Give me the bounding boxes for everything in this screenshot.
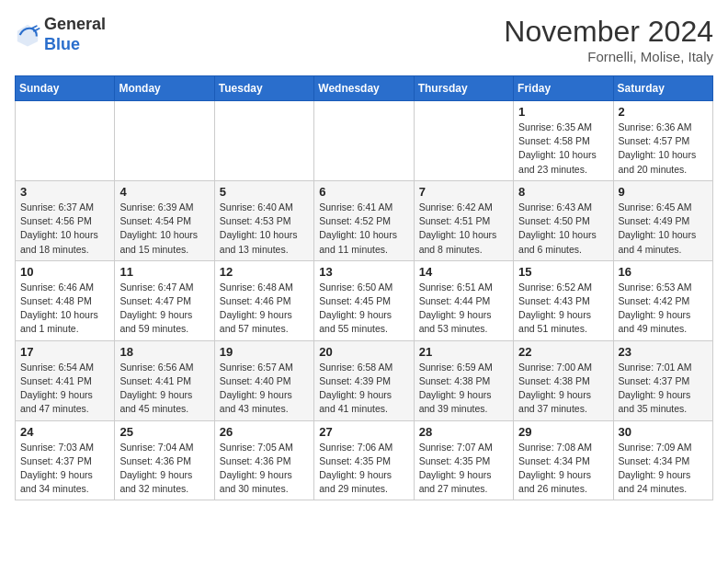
calendar-header-monday: Monday: [115, 76, 214, 101]
calendar-header-sunday: Sunday: [16, 76, 115, 101]
day-info: Sunrise: 6:47 AM Sunset: 4:47 PM Dayligh…: [119, 281, 209, 337]
calendar-cell: 18Sunrise: 6:56 AM Sunset: 4:41 PM Dayli…: [115, 340, 214, 420]
calendar-cell: 28Sunrise: 7:07 AM Sunset: 4:35 PM Dayli…: [414, 420, 513, 500]
day-number: 26: [220, 425, 309, 439]
calendar-cell: 9Sunrise: 6:45 AM Sunset: 4:49 PM Daylig…: [613, 180, 712, 260]
day-info: Sunrise: 6:37 AM Sunset: 4:56 PM Dayligh…: [20, 201, 109, 257]
page-header: General Blue November 2024 Fornelli, Mol…: [15, 15, 713, 64]
day-info: Sunrise: 7:05 AM Sunset: 4:36 PM Dayligh…: [220, 441, 309, 497]
calendar-cell: 23Sunrise: 7:01 AM Sunset: 4:37 PM Dayli…: [613, 340, 712, 420]
day-info: Sunrise: 6:43 AM Sunset: 4:50 PM Dayligh…: [518, 201, 608, 257]
day-info: Sunrise: 7:04 AM Sunset: 4:36 PM Dayligh…: [119, 441, 209, 497]
calendar-cell: 2Sunrise: 6:36 AM Sunset: 4:57 PM Daylig…: [613, 101, 712, 181]
day-number: 18: [119, 345, 209, 359]
day-number: 5: [220, 185, 309, 199]
day-info: Sunrise: 7:06 AM Sunset: 4:35 PM Dayligh…: [319, 441, 408, 497]
calendar-cell: 15Sunrise: 6:52 AM Sunset: 4:43 PM Dayli…: [514, 260, 613, 340]
logo-general: General: [44, 15, 106, 33]
calendar-cell: 10Sunrise: 6:46 AM Sunset: 4:48 PM Dayli…: [16, 260, 115, 340]
calendar-cell: 22Sunrise: 7:00 AM Sunset: 4:38 PM Dayli…: [514, 340, 613, 420]
calendar-cell: 27Sunrise: 7:06 AM Sunset: 4:35 PM Dayli…: [314, 420, 414, 500]
day-number: 23: [619, 345, 708, 359]
calendar-cell: 29Sunrise: 7:08 AM Sunset: 4:34 PM Dayli…: [514, 420, 613, 500]
calendar-cell: 17Sunrise: 6:54 AM Sunset: 4:41 PM Dayli…: [16, 340, 115, 420]
logo-text: General Blue: [44, 15, 106, 54]
calendar-week-row: 10Sunrise: 6:46 AM Sunset: 4:48 PM Dayli…: [16, 260, 713, 340]
calendar-header-saturday: Saturday: [613, 76, 712, 101]
day-number: 29: [518, 425, 608, 439]
calendar-cell: 11Sunrise: 6:47 AM Sunset: 4:47 PM Dayli…: [115, 260, 214, 340]
day-number: 25: [119, 425, 209, 439]
day-info: Sunrise: 6:46 AM Sunset: 4:48 PM Dayligh…: [20, 281, 109, 337]
day-info: Sunrise: 6:40 AM Sunset: 4:53 PM Dayligh…: [220, 201, 309, 257]
calendar-cell: 25Sunrise: 7:04 AM Sunset: 4:36 PM Dayli…: [115, 420, 214, 500]
day-info: Sunrise: 6:56 AM Sunset: 4:41 PM Dayligh…: [119, 361, 209, 417]
day-info: Sunrise: 6:53 AM Sunset: 4:42 PM Dayligh…: [619, 281, 708, 337]
calendar-cell: 26Sunrise: 7:05 AM Sunset: 4:36 PM Dayli…: [214, 420, 313, 500]
logo-blue: Blue: [44, 35, 80, 53]
day-info: Sunrise: 6:59 AM Sunset: 4:38 PM Dayligh…: [419, 361, 508, 417]
day-info: Sunrise: 6:57 AM Sunset: 4:40 PM Dayligh…: [220, 361, 309, 417]
calendar-cell: 8Sunrise: 6:43 AM Sunset: 4:50 PM Daylig…: [514, 180, 613, 260]
day-info: Sunrise: 7:01 AM Sunset: 4:37 PM Dayligh…: [619, 361, 708, 417]
day-number: 6: [319, 185, 408, 199]
calendar-cell: 5Sunrise: 6:40 AM Sunset: 4:53 PM Daylig…: [214, 180, 313, 260]
day-info: Sunrise: 7:08 AM Sunset: 4:34 PM Dayligh…: [518, 441, 608, 497]
calendar-cell: 12Sunrise: 6:48 AM Sunset: 4:46 PM Dayli…: [214, 260, 313, 340]
day-info: Sunrise: 6:41 AM Sunset: 4:52 PM Dayligh…: [319, 201, 408, 257]
day-number: 27: [319, 425, 408, 439]
day-info: Sunrise: 6:54 AM Sunset: 4:41 PM Dayligh…: [20, 361, 109, 417]
calendar-week-row: 3Sunrise: 6:37 AM Sunset: 4:56 PM Daylig…: [16, 180, 713, 260]
day-number: 10: [20, 265, 109, 279]
month-title: November 2024: [504, 15, 713, 49]
day-info: Sunrise: 7:00 AM Sunset: 4:38 PM Dayligh…: [518, 361, 608, 417]
calendar-cell: 16Sunrise: 6:53 AM Sunset: 4:42 PM Dayli…: [613, 260, 712, 340]
calendar-header-thursday: Thursday: [414, 76, 513, 101]
day-number: 19: [220, 345, 309, 359]
calendar-cell: 21Sunrise: 6:59 AM Sunset: 4:38 PM Dayli…: [414, 340, 513, 420]
day-number: 17: [20, 345, 109, 359]
calendar-cell: 4Sunrise: 6:39 AM Sunset: 4:54 PM Daylig…: [115, 180, 214, 260]
logo-icon: [15, 22, 40, 48]
calendar-cell: [115, 101, 214, 181]
day-number: 8: [518, 185, 608, 199]
day-number: 16: [619, 265, 708, 279]
calendar-cell: [16, 101, 115, 181]
day-number: 2: [619, 105, 708, 119]
day-info: Sunrise: 6:35 AM Sunset: 4:58 PM Dayligh…: [518, 121, 608, 177]
day-info: Sunrise: 6:48 AM Sunset: 4:46 PM Dayligh…: [220, 281, 309, 337]
day-number: 7: [419, 185, 508, 199]
day-info: Sunrise: 6:36 AM Sunset: 4:57 PM Dayligh…: [619, 121, 708, 177]
day-info: Sunrise: 7:03 AM Sunset: 4:37 PM Dayligh…: [20, 441, 109, 497]
calendar-cell: 7Sunrise: 6:42 AM Sunset: 4:51 PM Daylig…: [414, 180, 513, 260]
calendar-cell: 3Sunrise: 6:37 AM Sunset: 4:56 PM Daylig…: [16, 180, 115, 260]
calendar-cell: 19Sunrise: 6:57 AM Sunset: 4:40 PM Dayli…: [214, 340, 313, 420]
day-number: 13: [319, 265, 408, 279]
calendar-header-friday: Friday: [514, 76, 613, 101]
calendar-header-row: SundayMondayTuesdayWednesdayThursdayFrid…: [16, 76, 713, 101]
day-number: 14: [419, 265, 508, 279]
day-number: 9: [619, 185, 708, 199]
day-info: Sunrise: 7:09 AM Sunset: 4:34 PM Dayligh…: [619, 441, 708, 497]
day-number: 30: [619, 425, 708, 439]
calendar-header-wednesday: Wednesday: [314, 76, 414, 101]
day-number: 4: [119, 185, 209, 199]
day-info: Sunrise: 7:07 AM Sunset: 4:35 PM Dayligh…: [419, 441, 508, 497]
calendar-cell: 20Sunrise: 6:58 AM Sunset: 4:39 PM Dayli…: [314, 340, 414, 420]
day-number: 22: [518, 345, 608, 359]
day-number: 28: [419, 425, 508, 439]
calendar-cell: 14Sunrise: 6:51 AM Sunset: 4:44 PM Dayli…: [414, 260, 513, 340]
day-info: Sunrise: 6:42 AM Sunset: 4:51 PM Dayligh…: [419, 201, 508, 257]
day-info: Sunrise: 6:52 AM Sunset: 4:43 PM Dayligh…: [518, 281, 608, 337]
day-number: 3: [20, 185, 109, 199]
calendar-cell: [414, 101, 513, 181]
calendar-cell: 6Sunrise: 6:41 AM Sunset: 4:52 PM Daylig…: [314, 180, 414, 260]
day-number: 15: [518, 265, 608, 279]
day-info: Sunrise: 6:45 AM Sunset: 4:49 PM Dayligh…: [619, 201, 708, 257]
calendar-cell: [314, 101, 414, 181]
calendar-cell: 1Sunrise: 6:35 AM Sunset: 4:58 PM Daylig…: [514, 101, 613, 181]
day-info: Sunrise: 6:50 AM Sunset: 4:45 PM Dayligh…: [319, 281, 408, 337]
location: Fornelli, Molise, Italy: [504, 49, 713, 64]
title-block: November 2024 Fornelli, Molise, Italy: [504, 15, 713, 64]
calendar-week-row: 1Sunrise: 6:35 AM Sunset: 4:58 PM Daylig…: [16, 101, 713, 181]
